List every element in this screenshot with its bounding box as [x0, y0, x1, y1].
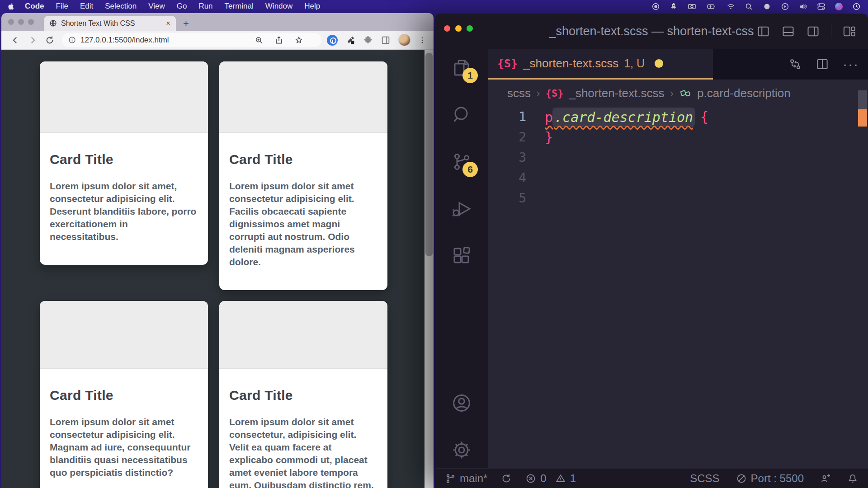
screen-mirror-icon[interactable] — [781, 2, 789, 11]
line-number: 4 — [488, 170, 526, 185]
browser-tab[interactable]: Shorten Text With CSS × — [44, 16, 176, 31]
git-branch-icon — [445, 473, 456, 484]
error-count: 0 — [540, 472, 546, 485]
source-control-badge: 6 — [462, 162, 478, 177]
share-icon[interactable] — [274, 36, 283, 45]
browser-traffic-lights[interactable] — [8, 19, 34, 25]
menu-item-window[interactable]: Window — [260, 2, 297, 11]
wifi-icon[interactable] — [726, 2, 735, 11]
color-picker-extension-icon[interactable] — [345, 35, 355, 45]
control-center-icon[interactable] — [817, 2, 826, 11]
menu-item-code[interactable]: Code — [20, 2, 49, 11]
menu-item-file[interactable]: File — [51, 2, 73, 11]
line-number: 3 — [488, 150, 526, 165]
menu-item-go[interactable]: Go — [172, 2, 192, 11]
code-line[interactable]: 1 p.card-description{ — [488, 107, 868, 127]
menu-item-help[interactable]: Help — [299, 2, 325, 11]
spotlight-search-icon[interactable] — [745, 2, 753, 11]
screen-record-icon[interactable] — [688, 2, 696, 11]
notifications-item[interactable] — [847, 473, 858, 484]
breadcrumb-symbol[interactable]: p.card-description — [697, 86, 791, 100]
run-debug-icon[interactable] — [451, 198, 472, 220]
breadcrumbs: scss › {S} _shorten-text.scss › p.card-d… — [488, 80, 868, 107]
card-description: Lorem ipsum dolor sit amet consectetur a… — [50, 416, 198, 479]
scss-file-icon: {S} — [546, 88, 564, 99]
new-tab-button[interactable]: + — [183, 18, 189, 29]
breadcrumb-file[interactable]: _shorten-text.scss — [569, 86, 664, 100]
source-control-icon[interactable]: 6 — [451, 151, 472, 173]
extensions-puzzle-icon[interactable] — [363, 35, 373, 45]
vscode-title-bar[interactable]: _shorten-text.scss — shorten-text-css — [435, 14, 868, 49]
battery-icon[interactable] — [706, 2, 717, 11]
menu-item-view[interactable]: View — [143, 2, 170, 11]
code-line[interactable]: 4 — [488, 168, 868, 188]
problems-status-item[interactable]: 0 1 — [525, 472, 576, 485]
branch-status-item[interactable]: main* — [445, 472, 487, 485]
menu-item-terminal[interactable]: Terminal — [220, 2, 259, 11]
minimize-window-button[interactable] — [18, 19, 24, 25]
menu-item-run[interactable]: Run — [193, 2, 217, 11]
unsaved-dot-icon[interactable] — [655, 59, 663, 68]
bookmark-star-icon[interactable] — [294, 36, 303, 45]
account-icon[interactable] — [451, 392, 472, 414]
editor-scrollbar-thumb[interactable] — [858, 90, 867, 109]
customize-layout-icon[interactable] — [842, 24, 856, 38]
browser-viewport: Card Title Lorem ipsum dolor sit amet, c… — [1, 50, 434, 488]
explorer-icon[interactable]: 1 — [451, 57, 472, 79]
line-number: 5 — [488, 191, 526, 206]
search-icon[interactable] — [451, 104, 472, 126]
symbol-class-icon — [679, 87, 692, 99]
overview-ruler-warning-marker — [858, 109, 867, 127]
warnings-icon — [555, 473, 566, 484]
siri-icon[interactable] — [835, 3, 843, 10]
rocket-icon[interactable] — [670, 2, 678, 11]
live-server-item[interactable]: Port : 5500 — [736, 472, 804, 485]
toggle-panel-icon[interactable] — [781, 24, 795, 38]
site-info-icon[interactable] — [68, 36, 76, 44]
editor-tab[interactable]: {S} _shorten-text.scss 1, U — [488, 49, 713, 80]
macos-menu-bar: Code File Edit Selection View Go Run Ter… — [0, 0, 868, 13]
close-window-button[interactable] — [8, 19, 14, 25]
split-editor-icon[interactable] — [816, 57, 829, 71]
live-server-icon — [736, 473, 747, 484]
apple-menu-icon[interactable] — [7, 2, 15, 11]
code-line[interactable]: 5 — [488, 188, 868, 208]
tab-close-icon[interactable]: × — [166, 19, 170, 28]
address-bar[interactable]: 127.0.0.1:5500/index.html — [62, 33, 321, 47]
profile-avatar[interactable] — [398, 34, 410, 46]
open-brace-token: { — [700, 109, 708, 125]
clock-icon[interactable] — [852, 2, 861, 11]
browser-menu-icon[interactable] — [418, 35, 426, 45]
menu-item-edit[interactable]: Edit — [75, 2, 98, 11]
volume-icon[interactable] — [799, 2, 807, 11]
feedback-item[interactable] — [820, 473, 831, 484]
card-image-placeholder — [219, 301, 387, 369]
code-line[interactable]: 2 } — [488, 127, 868, 147]
zoom-page-icon[interactable] — [255, 36, 264, 45]
chevron-right-icon: › — [670, 86, 674, 100]
extensions-icon[interactable] — [451, 245, 472, 267]
code-line[interactable]: 3 — [488, 147, 868, 168]
menu-item-selection[interactable]: Selection — [100, 2, 142, 11]
settings-gear-icon[interactable] — [451, 439, 472, 461]
dot-icon[interactable] — [763, 2, 771, 11]
side-panel-icon[interactable] — [381, 35, 391, 45]
toggle-secondary-sidebar-icon[interactable] — [806, 24, 820, 38]
back-icon[interactable] — [10, 35, 20, 45]
zoom-window-button[interactable] — [28, 19, 34, 25]
bell-icon — [847, 473, 858, 484]
password-manager-extension-icon[interactable] — [327, 35, 338, 46]
record-icon[interactable] — [651, 2, 660, 11]
browser-scrollbar[interactable] — [425, 50, 434, 488]
sync-status-item[interactable] — [501, 473, 512, 484]
open-changes-icon[interactable] — [788, 57, 802, 71]
url-text[interactable]: 127.0.0.1:5500/index.html — [80, 36, 250, 45]
more-actions-icon[interactable]: ··· — [843, 60, 859, 69]
scrollbar-thumb[interactable] — [425, 53, 433, 256]
toggle-sidebar-icon[interactable] — [756, 24, 770, 38]
reload-icon[interactable] — [45, 35, 55, 45]
forward-icon[interactable] — [28, 35, 38, 45]
code-editor[interactable]: 1 p.card-description{ 2 } 3 4 5 — [488, 107, 868, 468]
breadcrumb-folder[interactable]: scss — [507, 86, 531, 100]
language-mode-item[interactable]: SCSS — [690, 472, 719, 485]
